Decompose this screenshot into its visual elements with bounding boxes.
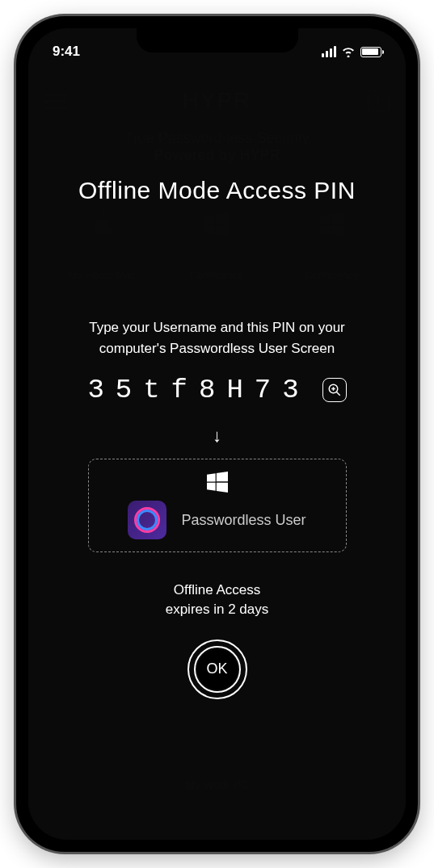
signal-icon	[322, 46, 336, 57]
svg-line-1	[336, 392, 340, 396]
status-time: 9:41	[53, 44, 80, 60]
pin-code: 35tf8H73	[87, 375, 310, 405]
target-user-label: Passwordless User	[181, 512, 305, 529]
wifi-icon	[341, 46, 356, 57]
notch	[137, 28, 298, 52]
windows-icon	[207, 472, 228, 493]
ok-button-label: OK	[197, 649, 238, 690]
overlay-instruction: Type your Username and this PIN on your …	[57, 317, 377, 359]
expiry-text: Offline Access expires in 2 days	[166, 581, 269, 619]
status-icons	[322, 46, 381, 57]
battery-icon	[360, 47, 381, 57]
ok-button[interactable]: OK	[188, 639, 247, 699]
phone-frame: 9:41 HYPR + Tr	[16, 16, 418, 852]
target-computer-box: Passwordless User	[88, 459, 347, 552]
overlay-title: Offline Mode Access PIN	[78, 177, 356, 204]
magnify-plus-icon	[327, 383, 342, 397]
offline-pin-overlay: Offline Mode Access PIN Type your Userna…	[28, 64, 406, 840]
arrow-down-icon: ↓	[213, 426, 221, 447]
cortana-icon	[128, 501, 166, 539]
phone-screen: 9:41 HYPR + Tr	[28, 28, 406, 840]
zoom-button[interactable]	[322, 378, 347, 402]
